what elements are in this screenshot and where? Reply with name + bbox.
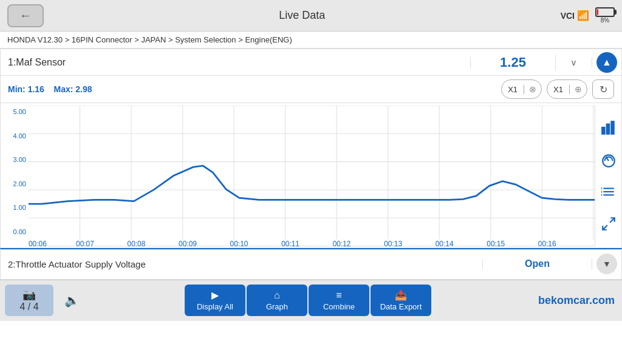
toolbar-buttons: ▶ Display All ⌂ Graph ≡ Combine 📤 Data E… bbox=[85, 285, 531, 316]
bottom-toolbar: 📷 4 / 4 🔈 ▶ Display All ⌂ Graph ≡ Combin… bbox=[0, 280, 622, 321]
svg-text:00:11: 00:11 bbox=[281, 239, 299, 246]
min-max: Min: 1.16 Max: 2.98 bbox=[8, 84, 92, 94]
max-value: 2.98 bbox=[75, 84, 92, 94]
display-all-button[interactable]: ▶ Display All bbox=[185, 285, 245, 316]
vci-label: VCI bbox=[561, 11, 575, 21]
svg-line-40 bbox=[603, 225, 607, 230]
header-right: VCI 📶 8% bbox=[561, 7, 615, 24]
list-icon-btn[interactable] bbox=[598, 181, 620, 203]
graph-button[interactable]: ⌂ Graph bbox=[247, 285, 307, 316]
sensor2-row: 2:Throttle Actuator Supply Voltage Open … bbox=[0, 248, 622, 280]
chart-svg: 00:06 00:07 00:08 00:09 00:10 00:11 00:1… bbox=[29, 106, 595, 246]
sensor2-value: Open bbox=[483, 258, 592, 269]
svg-rect-28 bbox=[602, 127, 604, 134]
chart-wrap: 5.00 4.00 3.00 2.00 1.00 0.00 bbox=[1, 106, 621, 246]
y-5: 5.00 bbox=[3, 108, 26, 115]
y-4: 4.00 bbox=[3, 132, 26, 140]
svg-rect-30 bbox=[611, 122, 613, 135]
sensor1-name: 1:Maf Sensor bbox=[1, 57, 471, 68]
min-value: 1.16 bbox=[28, 84, 44, 94]
combine-label: Combine bbox=[323, 302, 355, 311]
zoom-in-x1: X1 bbox=[502, 85, 524, 94]
battery-pct: 8% bbox=[601, 17, 609, 24]
svg-text:00:13: 00:13 bbox=[384, 239, 402, 246]
page-icon: 📷 bbox=[22, 288, 36, 302]
page-number: 4 / 4 bbox=[19, 302, 38, 312]
vci-badge: VCI 📶 bbox=[561, 10, 589, 21]
breadcrumb: HONDA V12.30 > 16PIN Connector > JAPAN >… bbox=[0, 32, 622, 49]
sensor1-header: 1:Maf Sensor 1.25 v ▲ bbox=[1, 49, 621, 76]
svg-line-39 bbox=[610, 218, 615, 223]
header-title: Live Data bbox=[279, 9, 325, 22]
bar-chart-icon-btn[interactable] bbox=[598, 116, 620, 138]
refresh-button[interactable]: ↻ bbox=[592, 79, 614, 99]
svg-text:00:07: 00:07 bbox=[76, 239, 94, 246]
graph-label: Graph bbox=[266, 302, 288, 311]
zoom-out-pill[interactable]: X1 ⊕ bbox=[547, 79, 587, 99]
zoom-in-pill[interactable]: X1 ⊗ bbox=[501, 79, 542, 99]
y-3: 3.00 bbox=[3, 156, 26, 163]
combine-icon: ≡ bbox=[336, 290, 341, 301]
battery-indicator: 8% bbox=[595, 7, 615, 24]
sensor1-value: 1.25 bbox=[471, 55, 556, 70]
back-button[interactable]: ← bbox=[7, 4, 44, 27]
y-1: 1.00 bbox=[3, 204, 26, 211]
y-0: 0.00 bbox=[3, 228, 26, 235]
display-all-label: Display All bbox=[197, 302, 233, 311]
graph-controls: Min: 1.16 Max: 2.98 X1 ⊗ X1 ⊕ bbox=[1, 76, 621, 103]
volume-button[interactable]: 🔈 bbox=[58, 285, 85, 316]
y-2: 2.00 bbox=[3, 180, 26, 187]
svg-text:00:16: 00:16 bbox=[538, 239, 556, 246]
svg-text:00:10: 00:10 bbox=[230, 239, 248, 246]
svg-text:00:15: 00:15 bbox=[487, 239, 505, 246]
zoom-out-icon[interactable]: ⊕ bbox=[570, 84, 587, 94]
watermark: bekomcar.com bbox=[531, 294, 622, 307]
up-circle-btn[interactable]: ▲ bbox=[596, 52, 617, 73]
back-icon: ← bbox=[19, 8, 32, 22]
svg-text:00:09: 00:09 bbox=[179, 239, 197, 246]
data-export-button[interactable]: 📤 Data Export bbox=[371, 285, 431, 316]
sensor2-down-circle[interactable]: ▼ bbox=[596, 254, 617, 274]
combine-button[interactable]: ≡ Combine bbox=[309, 285, 369, 316]
battery-bar bbox=[595, 7, 615, 17]
wifi-icon: 📶 bbox=[577, 10, 589, 21]
chart-area: 5.00 4.00 3.00 2.00 1.00 0.00 bbox=[1, 103, 621, 248]
max-label: Max: bbox=[53, 84, 73, 94]
svg-rect-29 bbox=[606, 124, 609, 134]
svg-text:00:14: 00:14 bbox=[436, 239, 454, 246]
sensor1-up-btn[interactable]: ▲ bbox=[592, 52, 621, 73]
min-label: Min: bbox=[8, 84, 26, 94]
sensor2-name: 2:Throttle Actuator Supply Voltage bbox=[1, 259, 483, 269]
svg-text:00:08: 00:08 bbox=[128, 239, 146, 246]
sensor1-panel: 1:Maf Sensor 1.25 v ▲ Min: 1.16 Max: 2.9… bbox=[0, 49, 622, 248]
display-all-icon: ▶ bbox=[211, 289, 219, 301]
expand-icon-btn[interactable] bbox=[598, 213, 620, 235]
svg-text:00:12: 00:12 bbox=[333, 239, 351, 246]
sensor2-expand-btn[interactable]: ▼ bbox=[592, 254, 621, 274]
graph-icon: ⌂ bbox=[274, 290, 280, 301]
sensor1-unit: v bbox=[556, 58, 592, 67]
right-icons bbox=[595, 106, 621, 246]
svg-text:00:06: 00:06 bbox=[29, 239, 47, 246]
zoom-out-x1: X1 bbox=[547, 85, 570, 94]
battery-fill bbox=[597, 9, 598, 15]
data-export-label: Data Export bbox=[380, 302, 422, 311]
header: ← Live Data VCI 📶 8% bbox=[0, 0, 622, 32]
y-axis: 5.00 4.00 3.00 2.00 1.00 0.00 bbox=[1, 106, 29, 246]
page-indicator: 📷 4 / 4 bbox=[5, 285, 53, 316]
zoom-in-icon[interactable]: ⊗ bbox=[524, 84, 541, 94]
data-export-icon: 📤 bbox=[395, 289, 407, 301]
gauge-icon-btn[interactable] bbox=[598, 149, 620, 170]
chart-inner: 00:06 00:07 00:08 00:09 00:10 00:11 00:1… bbox=[29, 106, 595, 246]
zoom-controls: X1 ⊗ X1 ⊕ ↻ bbox=[501, 79, 614, 99]
